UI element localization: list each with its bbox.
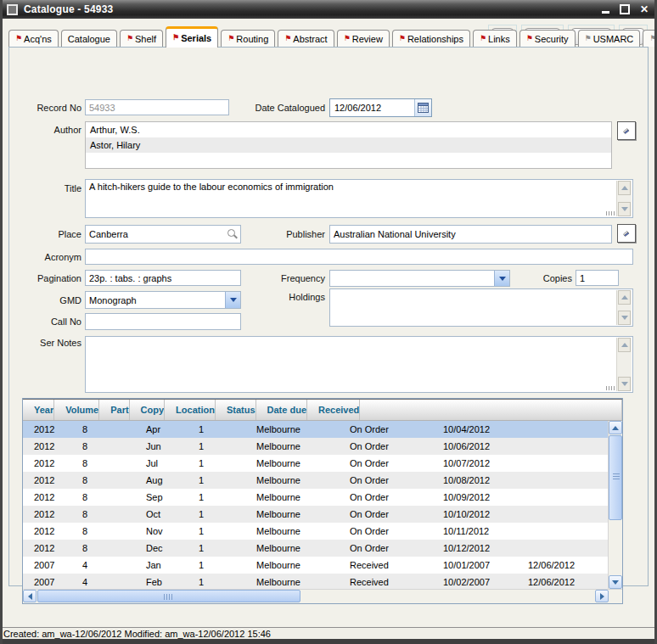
tab-label: Catalogue	[68, 34, 110, 44]
holdings-field[interactable]	[329, 288, 633, 327]
cell-received	[517, 506, 606, 523]
tab[interactable]: Links	[473, 30, 517, 47]
tab[interactable]: Acq'ns	[8, 30, 59, 47]
tab[interactable]: Custom	[643, 30, 657, 47]
cell-part: Oct	[135, 506, 188, 523]
grid-vertical-scrollbar[interactable]	[608, 421, 622, 589]
cell-volume: 8	[71, 540, 135, 557]
gmd-value: Monograph	[86, 295, 225, 305]
cell-year: 2012	[23, 472, 71, 489]
minimize-button[interactable]	[599, 3, 611, 15]
place-field[interactable]	[85, 225, 241, 244]
grid-column-header[interactable]: Status	[216, 400, 256, 420]
call-no-field[interactable]	[85, 313, 241, 330]
tab[interactable]: Catalogue	[61, 30, 117, 47]
date-catalogued-field[interactable]: 12/06/2012	[329, 98, 432, 117]
table-row[interactable]: 2012 8 Oct 1 Melbourne On Order 10/10/20…	[23, 506, 622, 523]
title-field[interactable]: A hitch-hikers guide to the labour econo…	[85, 179, 633, 218]
tab[interactable]: Shelf	[120, 30, 163, 47]
dropdown-arrow-button[interactable]	[494, 271, 509, 286]
resize-grip-icon[interactable]	[606, 386, 615, 390]
ser-notes-scrollbar[interactable]	[616, 338, 632, 391]
scroll-up-icon[interactable]	[609, 421, 622, 434]
tab[interactable]: Security	[519, 30, 576, 47]
table-row[interactable]: 2012 8 Aug 1 Melbourne On Order 10/08/20…	[23, 472, 622, 489]
grid-header: YearVolumePartCopyLocationStatusDate due…	[23, 399, 622, 421]
tab-label: Relationships	[407, 34, 463, 44]
table-row[interactable]: 2007 4 Feb 1 Melbourne Received 10/02/20…	[23, 574, 622, 589]
title-label: Title	[21, 183, 81, 193]
tab[interactable]: Routing	[221, 30, 275, 47]
publisher-label: Publisher	[247, 229, 325, 239]
cell-date-due: 10/10/2012	[432, 506, 517, 523]
pagination-field[interactable]	[85, 270, 241, 286]
scroll-up-icon[interactable]	[618, 338, 631, 352]
tab[interactable]: Relationships	[392, 30, 470, 47]
publisher-field[interactable]	[329, 225, 612, 244]
calendar-button[interactable]	[414, 99, 431, 116]
table-row[interactable]: 2012 8 Apr 1 Melbourne On Order 10/04/20…	[23, 421, 622, 438]
author-list-item[interactable]: Astor, Hilary	[86, 137, 611, 153]
scroll-right-icon[interactable]	[595, 590, 609, 602]
grid-column-header[interactable]: Received	[307, 400, 360, 420]
holdings-scrollbar[interactable]	[616, 290, 632, 325]
scroll-up-icon[interactable]	[618, 290, 631, 305]
tab-label: Links	[488, 34, 510, 44]
place-input[interactable]	[86, 227, 226, 241]
resize-grip-icon[interactable]	[606, 211, 615, 216]
scroll-down-icon[interactable]	[618, 377, 631, 391]
author-list-item[interactable]	[86, 153, 611, 168]
grid-column-header[interactable]: Volume	[54, 400, 99, 420]
horizontal-scroll-thumb[interactable]	[37, 590, 300, 602]
record-no-field[interactable]	[85, 99, 229, 115]
cell-received: 12/06/2012	[517, 574, 606, 589]
grid-column-header[interactable]: Year	[23, 400, 54, 420]
author-list-item[interactable]: Arthur, W.S.	[86, 122, 611, 137]
table-row[interactable]: 2012 8 Dec 1 Melbourne On Order 10/12/20…	[23, 540, 622, 557]
tab-label: Shelf	[135, 34, 156, 44]
author-list[interactable]: Arthur, W.S.Astor, Hilary	[85, 121, 612, 169]
vertical-scroll-thumb[interactable]	[609, 435, 622, 520]
grid-horizontal-scrollbar[interactable]	[23, 589, 622, 603]
acronym-field[interactable]	[85, 249, 633, 265]
table-row[interactable]: 2012 8 Jul 1 Melbourne On Order 10/07/20…	[23, 455, 622, 472]
title-scrollbar[interactable]	[616, 181, 632, 216]
scroll-down-icon[interactable]	[618, 202, 631, 216]
cell-copy: 1	[188, 455, 245, 472]
cell-year: 2012	[23, 421, 71, 438]
calendar-icon	[418, 103, 429, 113]
grid-rows: 2012 8 Apr 1 Melbourne On Order 10/04/20…	[23, 421, 622, 589]
grid-column-header[interactable]: Date due	[256, 400, 307, 420]
scroll-down-icon[interactable]	[618, 311, 631, 325]
grid-column-header[interactable]: Location	[165, 400, 216, 420]
copies-field[interactable]	[576, 270, 619, 286]
cell-volume: 8	[71, 489, 135, 506]
gmd-dropdown[interactable]: Monograph	[85, 291, 241, 309]
tab[interactable]: USMARC	[578, 30, 641, 47]
grid-column-header[interactable]: Copy	[130, 400, 166, 420]
author-edit-button[interactable]	[617, 121, 636, 140]
table-row[interactable]: 2012 8 Nov 1 Melbourne On Order 10/11/20…	[23, 523, 622, 540]
scroll-down-icon[interactable]	[609, 575, 622, 589]
grid-column-header[interactable]: Part	[99, 400, 129, 420]
dropdown-arrow-button[interactable]	[225, 292, 240, 308]
scroll-left-icon[interactable]	[23, 590, 36, 602]
search-icon[interactable]	[226, 228, 238, 240]
tab[interactable]: Abstract	[278, 30, 334, 47]
cell-part: Jun	[135, 438, 188, 455]
scroll-up-icon[interactable]	[618, 181, 631, 195]
tab[interactable]: Serials	[166, 26, 218, 48]
tab[interactable]: Review	[337, 30, 390, 47]
cell-year: 2012	[23, 540, 71, 557]
close-button[interactable]: ✕	[638, 3, 650, 15]
tab-flag-icon	[284, 34, 293, 44]
table-row[interactable]: 2012 8 Sep 1 Melbourne On Order 10/09/20…	[23, 489, 622, 506]
publisher-edit-button[interactable]	[617, 224, 636, 243]
ser-notes-field[interactable]	[85, 336, 633, 393]
maximize-button[interactable]	[619, 3, 631, 15]
table-row[interactable]: 2012 8 Jun 1 Melbourne On Order 10/06/20…	[23, 438, 622, 455]
cell-received	[517, 421, 606, 438]
frequency-dropdown[interactable]	[329, 270, 510, 287]
table-row[interactable]: 2007 4 Jan 1 Melbourne Received 10/01/20…	[23, 557, 622, 574]
titlebar[interactable]: Catalogue - 54933 ✕	[0, 0, 657, 19]
